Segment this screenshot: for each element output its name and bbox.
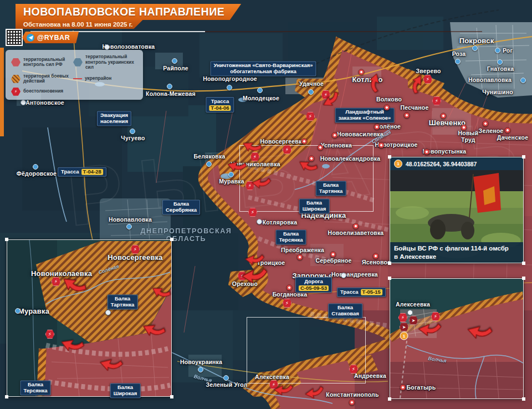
legend: территориальный контроль сил РФтерритори… (6, 50, 143, 100)
legend-label: территория боевых действий (23, 74, 73, 84)
legend-label: территориальный контроль сил РФ (23, 57, 73, 68)
photo-caption: Бойцы ВС РФ с флагом 114-й омсбр в Алекс… (390, 242, 523, 263)
inset-left-map (7, 240, 171, 396)
legend-item: территориальный контроль сил РФ (11, 54, 73, 70)
legend-label: укрепрайон (85, 76, 111, 81)
legend-hx-clash-ic-icon: ⚡ (11, 88, 21, 96)
legend-item: территориальный контроль украинских сил (73, 54, 139, 70)
page-title: НОВОПАВЛОВСКОЕ НАПРАВЛЕНИЕ (16, 4, 241, 20)
photo-header: 1 48.01625264, 36.94403887 (390, 157, 523, 170)
inset-zoom-novonikolaevka: НовосергеевкаНовониколаевкаМуравкаСолёна… (7, 239, 172, 397)
legend-item: укрепрайон (73, 74, 129, 84)
legend-hx-blue-icon (73, 58, 83, 67)
channel-badge[interactable]: @RYBAR (22, 32, 79, 43)
legend-hx-red-icon (11, 58, 21, 67)
telegram-icon (27, 34, 34, 42)
page-subtitle: Обстановка на 8.00 11 июня 2025 г. (16, 20, 143, 29)
photo-coordinates: 48.01625264, 36.94403887 (406, 161, 477, 167)
accent-strip (0, 48, 4, 136)
qr-code (6, 29, 23, 46)
legend-line-red-icon (73, 78, 82, 79)
photo-inset: 1 48.01625264, 36.94403887 Бойцы ВС РФ с… (390, 157, 524, 263)
legend-item: ⚡боестолкновения (11, 88, 133, 96)
photo-marker-1: 1 (394, 160, 402, 168)
inset-right-map (390, 279, 523, 398)
legend-label: территориальный контроль украинских сил (85, 54, 139, 70)
inset-zoom-alekseevka: АлексеевкаБогатырьВолчья⚡➤➤1⚡ (390, 278, 524, 399)
channel-name: @RYBAR (37, 34, 70, 42)
header-underline-ext (205, 31, 482, 32)
legend-item: территория боевых действий (11, 74, 73, 84)
map-canvas: РЫБАРЬ НоволозоватовкаРайполеКолона-Меже… (0, 0, 532, 409)
legend-hx-hatch-icon (11, 75, 21, 83)
legend-label: боестолкновения (23, 89, 63, 94)
